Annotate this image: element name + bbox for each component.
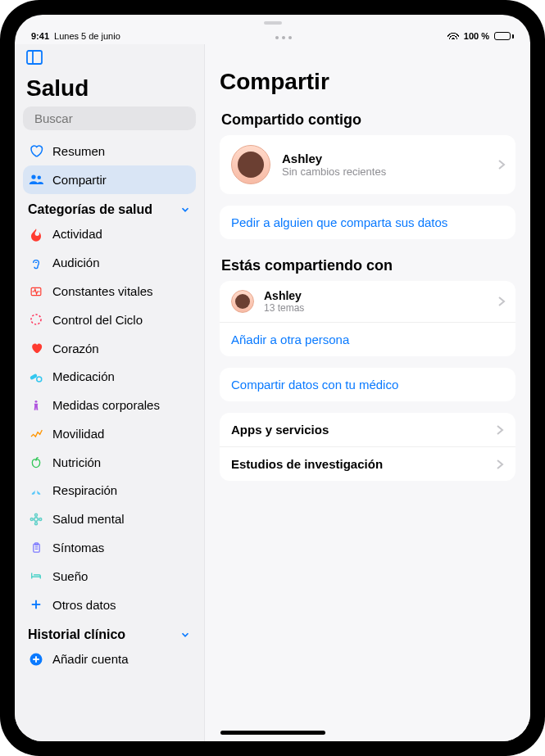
svg-point-17 xyxy=(30,518,33,520)
sidebar-item[interactable]: Constantes vitales xyxy=(23,277,196,306)
search-input[interactable] xyxy=(34,111,190,125)
contact-name: Ashley xyxy=(264,289,304,302)
plus-fill-icon xyxy=(28,651,44,668)
status-bar: 9:41 Lunes 5 de junio 100 % xyxy=(15,25,530,44)
avatar-icon xyxy=(231,145,270,184)
sidebar-item-label: Actividad xyxy=(52,227,102,241)
sidebar-item[interactable]: Control del Ciclo xyxy=(23,306,196,334)
sidebar-item[interactable]: Nutrición xyxy=(23,448,196,477)
sidebar-item-label: Síntomas xyxy=(52,541,104,555)
share-doctor-link[interactable]: Compartir datos con tu médico xyxy=(220,368,515,401)
svg-point-14 xyxy=(35,514,38,516)
sidebar-item[interactable]: Medidas corporales xyxy=(23,391,196,419)
contact-sub: 13 temas xyxy=(264,302,304,314)
avatar-icon xyxy=(231,290,254,313)
sidebar-item-label: Corazón xyxy=(52,342,99,355)
ask-share-link[interactable]: Pedir a alguien que comparta sus datos xyxy=(220,206,515,239)
contact-name: Ashley xyxy=(282,152,386,165)
multitasking-icon[interactable] xyxy=(275,33,292,39)
svg-point-12 xyxy=(35,401,38,403)
research-row[interactable]: Estudios de investigación xyxy=(220,446,515,481)
heart-icon xyxy=(28,340,44,356)
sidebar-item-label: Compartir xyxy=(52,173,107,187)
sidebar: Salud ResumenCompartir Categorías de sal… xyxy=(15,44,205,741)
screen: 9:41 Lunes 5 de junio 100 % Salud xyxy=(15,15,530,741)
sidebar-item[interactable]: Actividad xyxy=(23,220,196,249)
heart-outline-icon xyxy=(28,143,44,159)
sidebar-section-header[interactable]: Categorías de salud xyxy=(23,194,196,220)
sidebar-item[interactable]: Respiración xyxy=(23,477,196,505)
sidebar-item[interactable]: Salud mental xyxy=(23,505,196,533)
sidebar-item[interactable]: Añadir cuenta xyxy=(23,645,196,674)
card-doctor: Compartir datos con tu médico xyxy=(220,368,515,401)
sidebar-item[interactable]: Audición xyxy=(23,248,196,277)
card-shared-with-you: Ashley Sin cambios recientes xyxy=(220,135,515,194)
svg-point-13 xyxy=(34,518,39,522)
sidebar-item-label: Medidas corporales xyxy=(52,398,160,412)
card-ask-share: Pedir a alguien que comparta sus datos xyxy=(220,206,515,239)
you-share-contact-row[interactable]: Ashley 13 temas xyxy=(220,281,515,322)
apple-icon xyxy=(28,454,44,470)
chevron-right-icon xyxy=(496,424,504,436)
chevron-down-icon xyxy=(179,204,191,215)
device-frame: 9:41 Lunes 5 de junio 100 % Salud xyxy=(0,0,545,756)
ear-icon xyxy=(28,255,44,271)
card-you-share: Ashley 13 temas Añadir a otra persona xyxy=(220,281,515,356)
cycle-icon xyxy=(28,311,44,328)
sidebar-item[interactable]: Otros datos xyxy=(23,591,196,619)
home-indicator[interactable] xyxy=(220,731,325,735)
svg-point-15 xyxy=(39,518,42,520)
ecg-icon xyxy=(28,283,44,300)
svg-point-11 xyxy=(37,377,42,382)
sidebar-item-compartir[interactable]: Compartir xyxy=(23,165,196,194)
svg-point-16 xyxy=(35,523,38,525)
sidebar-item-label: Control del Ciclo xyxy=(52,313,143,327)
chevron-right-icon xyxy=(497,296,506,307)
search-field[interactable] xyxy=(23,106,196,130)
sidebar-item[interactable]: Movilidad xyxy=(23,419,196,448)
card-more: Apps y servicios Estudios de investigaci… xyxy=(220,413,515,481)
sidebar-item[interactable]: Medicación xyxy=(23,362,196,391)
contact-sub: Sin cambios recientes xyxy=(282,165,386,178)
sidebar-item[interactable]: Sueño xyxy=(23,562,196,591)
toggle-sidebar-button[interactable] xyxy=(25,48,48,70)
mind-icon xyxy=(28,511,44,527)
row-label: Estudios de investigación xyxy=(231,457,383,471)
sidebar-item[interactable]: Síntomas xyxy=(23,533,196,562)
row-label: Apps y servicios xyxy=(231,423,329,437)
battery-percent: 100 % xyxy=(464,31,489,41)
svg-point-7 xyxy=(38,176,42,180)
svg-rect-0 xyxy=(27,51,42,64)
main-content: Compartir Compartido contigo Ashley Sin … xyxy=(205,44,530,741)
sidebar-item-label: Resumen xyxy=(52,144,105,158)
walk-icon xyxy=(28,425,44,441)
sidebar-item-label: Otros datos xyxy=(52,598,116,612)
sidebar-item-label: Salud mental xyxy=(52,512,125,526)
shared-contact-row[interactable]: Ashley Sin cambios recientes xyxy=(220,135,515,194)
apps-services-row[interactable]: Apps y servicios xyxy=(220,413,515,446)
sidebar-item[interactable]: Corazón xyxy=(23,334,196,363)
chevron-right-icon xyxy=(497,159,506,170)
page-title: Compartir xyxy=(220,44,515,105)
clip-icon xyxy=(28,540,44,556)
body-icon xyxy=(28,397,44,414)
sidebar-item-label: Constantes vitales xyxy=(52,284,153,298)
status-time: 9:41 xyxy=(31,31,49,41)
chevron-right-icon xyxy=(496,459,504,470)
bed-icon xyxy=(28,568,44,584)
svg-point-6 xyxy=(31,175,35,179)
plus-icon xyxy=(28,596,44,613)
svg-point-9 xyxy=(31,315,41,324)
section-shared-with-you: Compartido contigo xyxy=(220,105,515,135)
sidebar-section-header[interactable]: Historial clínico xyxy=(23,619,196,645)
add-person-link[interactable]: Añadir a otra persona xyxy=(220,322,515,356)
section-title: Historial clínico xyxy=(28,627,125,642)
sidebar-item-label: Medicación xyxy=(52,369,115,383)
flame-icon xyxy=(28,226,44,242)
people-icon xyxy=(28,171,44,188)
sidebar-item-label: Audición xyxy=(52,256,100,269)
sidebar-item-label: Movilidad xyxy=(52,427,104,441)
pills-icon xyxy=(28,369,44,385)
battery-icon xyxy=(494,32,514,40)
sidebar-item-resumen[interactable]: Resumen xyxy=(23,137,196,165)
